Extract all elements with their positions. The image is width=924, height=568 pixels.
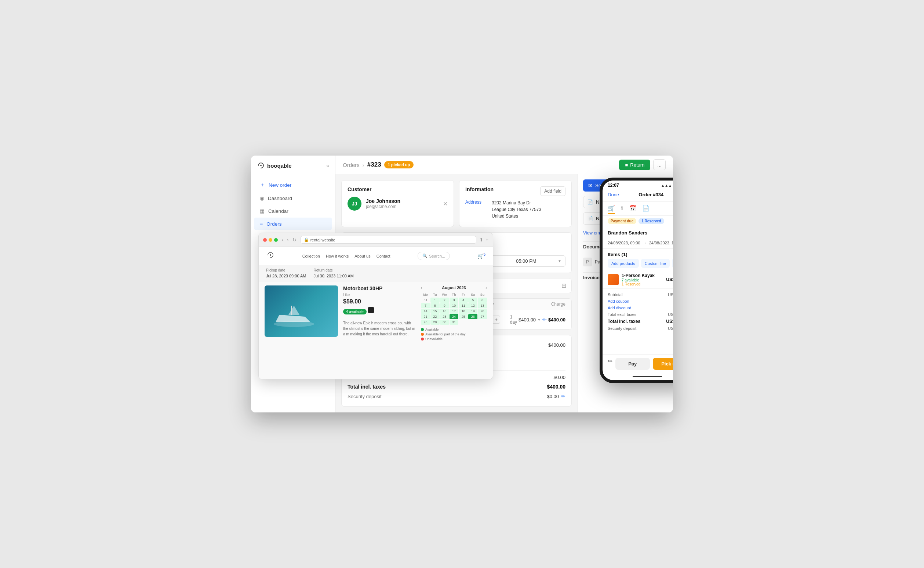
mobile-pickup-btn[interactable]: Pick up xyxy=(653,358,673,370)
website-search[interactable]: 🔍 Search... xyxy=(418,252,450,260)
cal-day[interactable]: 16 xyxy=(440,308,449,314)
cal-day[interactable]: 11 xyxy=(459,303,468,308)
close-dot[interactable] xyxy=(263,238,267,242)
cal-day[interactable]: 10 xyxy=(450,303,459,308)
return-label: Return xyxy=(630,162,645,168)
cal-day[interactable]: 3 xyxy=(450,298,459,303)
forward-btn[interactable]: › xyxy=(286,237,290,243)
edit-charge-icon[interactable]: ✏ xyxy=(542,317,547,323)
info-card: Information Add field Address 3202 Marin… xyxy=(459,180,572,227)
cal-day-header: Mo xyxy=(421,292,430,297)
cal-prev[interactable]: ‹ xyxy=(421,286,422,290)
charge-dropdown[interactable]: ▼ xyxy=(537,318,541,322)
payment-due-badge: Payment due xyxy=(608,218,636,224)
return-button[interactable]: ■ Return xyxy=(619,160,650,170)
cal-day[interactable]: 13 xyxy=(478,303,487,308)
mobile-tab-info[interactable]: ℹ xyxy=(621,203,623,214)
mobile-add-discount-row[interactable]: Add discount xyxy=(608,305,673,311)
cal-day-selected[interactable]: 26 xyxy=(468,314,477,319)
breadcrumb-orders[interactable]: Orders xyxy=(343,162,359,168)
cal-day[interactable]: 8 xyxy=(430,303,439,308)
cal-day[interactable]: 28 xyxy=(421,320,430,325)
sidebar-item-calendar[interactable]: ▦ Calendar xyxy=(254,205,332,217)
collection-link[interactable]: Collection xyxy=(302,254,320,258)
mobile-total-incl-value: US$ 20,00 xyxy=(666,319,673,324)
cal-day[interactable]: 17 xyxy=(450,308,459,314)
mobile-tab-cart[interactable]: 🛒 xyxy=(608,203,615,214)
cal-day[interactable]: 19 xyxy=(468,308,477,314)
browser-url-bar[interactable]: 🔒 rental website xyxy=(300,236,477,244)
cal-day[interactable]: 6 xyxy=(478,298,487,303)
cal-day[interactable]: 29 xyxy=(430,320,439,325)
add-field-button[interactable]: Add field xyxy=(540,186,566,196)
customer-close-btn[interactable]: ✕ xyxy=(443,200,448,207)
browser-titlebar: ‹ › ↻ 🔒 rental website ⬆ + xyxy=(259,233,493,247)
back-btn[interactable]: ‹ xyxy=(281,237,284,243)
cal-day[interactable]: 27 xyxy=(478,314,487,319)
cal-day[interactable]: 31 xyxy=(450,320,459,325)
cal-day[interactable]: 31 xyxy=(421,298,430,303)
cal-day[interactable]: 12 xyxy=(468,303,477,308)
share-icon[interactable]: ⬆ xyxy=(479,237,483,243)
sidebar-header: booqable « xyxy=(251,156,335,174)
mobile-add-discount[interactable]: Add discount xyxy=(608,306,631,310)
signal-icon: ▲▲▲ xyxy=(661,183,672,187)
cal-header: ‹ August 2023 › xyxy=(421,286,487,290)
add-tab-icon[interactable]: + xyxy=(486,237,488,243)
camera-btn[interactable]: 📷 xyxy=(672,259,673,268)
pickup-date-field: Pickup date Jul 28, 2023 09:00 AM xyxy=(266,268,306,279)
mobile-add-coupon[interactable]: Add coupon xyxy=(608,299,629,304)
cal-day[interactable]: 21 xyxy=(421,314,430,319)
cal-day[interactable]: 18 xyxy=(459,308,468,314)
return-date-label: Return date xyxy=(313,268,353,272)
customer-card: Customer JJ Joe Johnsson joe@acme.com ✕ xyxy=(341,180,454,227)
cal-day[interactable]: 9 xyxy=(440,303,449,308)
mobile-add-coupon-row[interactable]: Add coupon xyxy=(608,298,673,305)
edit-deposit-icon[interactable]: ✏ xyxy=(561,393,566,399)
cal-day[interactable]: 22 xyxy=(430,314,439,319)
qty-increment-btn[interactable]: + xyxy=(492,316,500,323)
cal-day[interactable]: 25 xyxy=(459,314,468,319)
cal-day[interactable]: 7 xyxy=(421,303,430,308)
cal-day[interactable]: 1 xyxy=(430,298,439,303)
maximize-dot[interactable] xyxy=(274,238,278,242)
add-products-btn[interactable]: Add products xyxy=(608,259,639,268)
sidebar-item-orders[interactable]: ≡ Orders xyxy=(254,218,332,230)
calendar-mini: ‹ August 2023 › Mo Tu We Th Fr Sa Su 31 … xyxy=(421,286,487,341)
mobile-footer-edit-icon[interactable]: ✏ xyxy=(608,358,613,370)
cal-day[interactable]: 2 xyxy=(440,298,449,303)
cal-day[interactable]: 14 xyxy=(421,308,430,314)
cal-day[interactable]: 15 xyxy=(430,308,439,314)
about-link[interactable]: About us xyxy=(355,254,370,258)
cal-day[interactable]: 20 xyxy=(478,308,487,314)
reload-btn[interactable]: ↻ xyxy=(291,237,297,243)
return-dropdown-arrow: ▼ xyxy=(558,259,562,263)
cal-day[interactable]: 4 xyxy=(459,298,468,303)
filter-icon[interactable]: ⊞ xyxy=(562,282,566,289)
contact-link[interactable]: Contact xyxy=(376,254,390,258)
customer-info: Joe Johnsson joe@acme.com xyxy=(366,198,438,209)
cal-day-selected[interactable]: 24 xyxy=(450,314,459,319)
how-it-works-link[interactable]: How it works xyxy=(326,254,349,258)
custom-line-btn[interactable]: Custom line xyxy=(641,259,670,268)
total-incl-label: Total incl. taxes xyxy=(347,384,386,390)
svg-point-1 xyxy=(270,254,271,256)
minimize-dot[interactable] xyxy=(269,238,272,242)
mobile-customer-name: Brandon Sanders xyxy=(608,230,647,236)
cart-icon[interactable]: 🛒0 xyxy=(477,253,486,259)
mobile-tab-docs[interactable]: 📄 xyxy=(642,203,649,214)
cal-next[interactable]: › xyxy=(486,286,487,290)
sidebar-item-dashboard[interactable]: ◉ Dashboard xyxy=(254,192,332,204)
mobile-done-btn[interactable]: Done xyxy=(608,192,619,197)
browser-nav: ‹ › ↻ xyxy=(281,237,297,243)
more-button[interactable]: ... xyxy=(653,159,666,170)
color-swatch[interactable] xyxy=(368,307,374,313)
sidebar-item-new-order[interactable]: ＋ New order xyxy=(254,178,332,192)
mobile-pay-btn[interactable]: Pay xyxy=(615,358,650,370)
mobile-tab-calendar[interactable]: 📅 xyxy=(629,203,636,214)
mobile-dates-row: 24/08/2023, 09:00 → 24/08/2023, 16:00 xyxy=(602,239,673,249)
sidebar-collapse-btn[interactable]: « xyxy=(326,163,329,168)
cal-day[interactable]: 23 xyxy=(440,314,449,319)
cal-day[interactable]: 30 xyxy=(440,320,449,325)
cal-day[interactable]: 5 xyxy=(468,298,477,303)
